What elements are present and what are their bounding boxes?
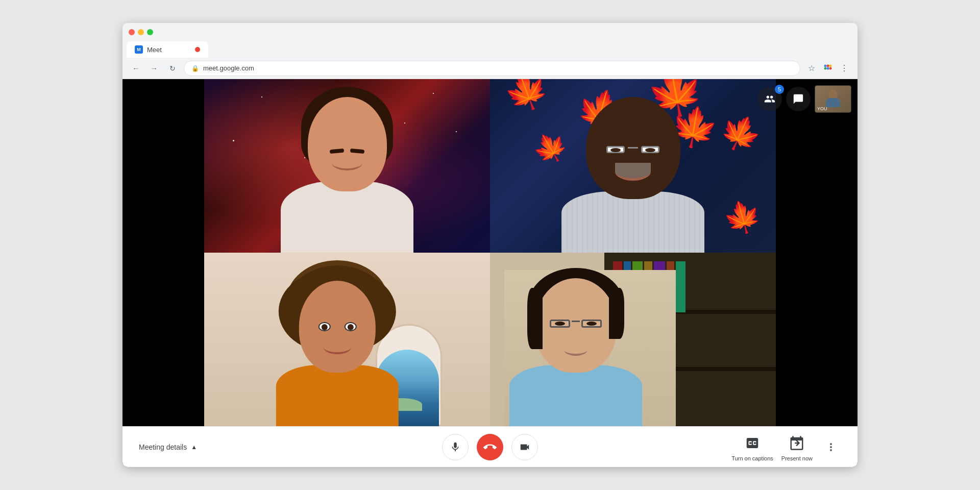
top-toolbar: 5 YOU	[757, 85, 851, 113]
person-2-body	[561, 191, 704, 253]
person-4-eye-right	[586, 322, 597, 326]
url-text: meet.google.com	[203, 64, 254, 72]
self-view-body	[826, 98, 840, 107]
person-4-glasses-bridge	[572, 321, 580, 322]
svg-point-0	[824, 64, 827, 67]
participant-2-shape	[561, 97, 704, 253]
address-bar: ← → ↻ 🔒 meet.google.com ☆	[122, 58, 857, 79]
svg-point-4	[827, 67, 829, 69]
captions-icon-wrapper	[742, 433, 763, 453]
participant-1-shape	[281, 87, 413, 253]
person-1-face	[308, 97, 387, 191]
camera-button[interactable]	[511, 434, 538, 460]
self-view-person	[825, 89, 841, 109]
person-1-body	[281, 181, 413, 253]
person-4-mouth	[565, 345, 587, 356]
chat-icon	[793, 93, 804, 105]
svg-point-2	[829, 64, 832, 67]
maximize-window-button[interactable]	[147, 29, 153, 35]
chrome-menu-button[interactable]: ⋮	[837, 61, 851, 76]
person-3-eye-left	[318, 322, 330, 331]
tab-close-button[interactable]	[192, 45, 200, 54]
svg-point-5	[829, 67, 832, 69]
chat-button[interactable]	[786, 87, 811, 111]
microphone-button[interactable]	[442, 434, 469, 460]
person-4-hair-left	[527, 288, 543, 349]
captions-button[interactable]: Turn on captions	[731, 433, 773, 461]
end-call-icon	[483, 440, 497, 454]
person-1-eye-left	[330, 149, 345, 154]
video-cell-1	[204, 79, 490, 253]
svg-point-3	[824, 67, 827, 69]
lock-icon: 🔒	[191, 65, 199, 72]
participant-count-badge: 5	[775, 85, 784, 94]
star-8	[456, 131, 457, 132]
person-1-eye-right	[350, 149, 365, 154]
video-cell-3	[204, 253, 490, 426]
more-options-button[interactable]	[821, 437, 841, 457]
camera-icon	[519, 442, 530, 453]
video-cell-4	[490, 253, 776, 426]
present-button[interactable]: Present now	[781, 433, 813, 461]
chevron-up-icon: ▲	[191, 444, 197, 451]
bottom-bar: Meeting details ▲	[122, 426, 857, 467]
end-call-button[interactable]	[477, 434, 503, 460]
meet-favicon: M	[135, 45, 143, 54]
reload-button[interactable]: ↻	[165, 61, 180, 76]
person-4-eye-left	[555, 322, 565, 326]
person-2-glass-left	[606, 146, 625, 153]
url-box[interactable]: 🔒 meet.google.com	[184, 61, 800, 76]
person-3-body	[276, 365, 399, 426]
svg-point-1	[827, 64, 829, 67]
right-black-panel	[776, 79, 857, 426]
video-area: 🍁 🍁 🍁 🍁 🍁 🍁 🍁	[122, 79, 857, 426]
person-2-smile	[615, 163, 651, 181]
forward-button[interactable]: →	[147, 61, 161, 76]
present-icon-wrapper	[787, 433, 807, 453]
person-4-face	[535, 278, 617, 373]
star-1	[261, 96, 262, 97]
video-cell-2: 🍁 🍁 🍁 🍁 🍁 🍁 🍁	[490, 79, 776, 253]
back-button[interactable]: ←	[129, 61, 143, 76]
google-apps-button[interactable]	[821, 61, 835, 76]
present-icon	[789, 435, 804, 451]
meeting-details-label: Meeting details	[139, 443, 187, 451]
more-options-icon	[825, 441, 837, 453]
person-3-pupil-right	[347, 324, 353, 330]
person-4-glass-right	[581, 320, 602, 328]
window-buttons	[129, 29, 153, 35]
self-view-label: YOU	[817, 106, 827, 111]
active-tab[interactable]: M Meet	[127, 41, 208, 58]
leaf-4: 🍁	[714, 107, 768, 159]
captions-label: Turn on captions	[731, 455, 773, 461]
person-4-body	[509, 365, 642, 426]
person-2-glass-right	[641, 146, 659, 153]
close-window-button[interactable]	[129, 29, 135, 35]
person-2-eye-left	[610, 148, 621, 152]
address-bar-right: ☆ ⋮	[804, 61, 851, 76]
person-2-head	[586, 97, 680, 199]
participants-button[interactable]: 5	[757, 87, 782, 111]
controls-center	[442, 434, 538, 460]
microphone-icon	[450, 442, 461, 453]
tab-close-red-dot	[195, 47, 200, 52]
person-2-eye-right	[645, 148, 655, 152]
person-3-pupil-left	[321, 324, 327, 330]
person-4-hair-right	[609, 288, 624, 339]
star-4	[433, 93, 434, 94]
person-3-smile	[323, 340, 351, 354]
browser-window: M Meet ← → ↻ 🔒 meet.google.com ☆	[122, 23, 857, 467]
left-black-panel	[122, 79, 204, 426]
minimize-window-button[interactable]	[138, 29, 144, 35]
self-view[interactable]: YOU	[815, 85, 851, 113]
bookmark-button[interactable]: ☆	[804, 61, 819, 76]
tab-title: Meet	[147, 46, 162, 54]
person-3-face	[299, 281, 376, 373]
star-5	[233, 140, 234, 141]
meeting-details-button[interactable]: Meeting details ▲	[139, 443, 197, 451]
browser-chrome: M Meet ← → ↻ 🔒 meet.google.com ☆	[122, 23, 857, 79]
tab-bar: M Meet	[122, 41, 857, 58]
book-7	[676, 261, 685, 312]
leaf-1: 🍁	[499, 79, 555, 118]
leaf-7: 🍁	[719, 195, 766, 240]
